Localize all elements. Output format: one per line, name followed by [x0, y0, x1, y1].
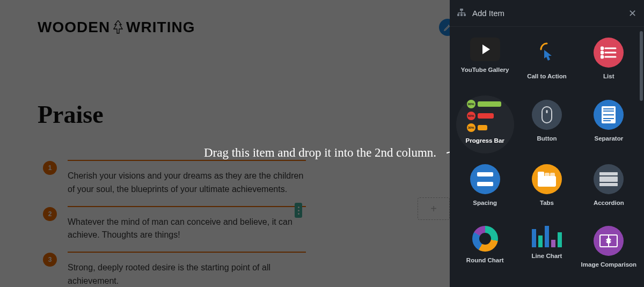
- item-round-chart[interactable]: Round Chart: [454, 223, 516, 285]
- pb-pct: 90%: [467, 100, 475, 108]
- svg-rect-14: [603, 118, 614, 119]
- item-label: Accordion: [594, 200, 624, 206]
- svg-rect-19: [538, 172, 544, 177]
- item-label: Call to Action: [527, 73, 567, 79]
- accordion-icon: [594, 164, 624, 194]
- tutorial-text: Drag this item and drop it into the 2nd …: [204, 146, 436, 160]
- item-youtube-gallery[interactable]: YouTube Gallery: [454, 34, 516, 97]
- svg-rect-11: [603, 108, 614, 109]
- item-tabs[interactable]: Tabs: [516, 161, 577, 223]
- svg-rect-17: [477, 182, 493, 186]
- close-icon[interactable]: ✕: [628, 8, 636, 19]
- svg-point-4: [601, 47, 603, 49]
- item-list[interactable]: List: [578, 34, 640, 97]
- item-label: Progress Bar: [466, 137, 504, 144]
- svg-rect-24: [599, 183, 618, 186]
- item-label: YouTube Gallery: [461, 67, 509, 73]
- svg-rect-0: [460, 9, 463, 11]
- svg-rect-15: [603, 120, 611, 121]
- item-label: Line Chart: [532, 253, 562, 259]
- item-separator[interactable]: Separator: [578, 97, 640, 161]
- item-spacing[interactable]: Spacing: [454, 161, 516, 223]
- tutorial-hint: Drag this item and drop it into the 2nd …: [204, 146, 473, 160]
- add-item-panel: Add Item ✕ YouTube Gallery Call to Actio…: [450, 0, 644, 287]
- mouse-icon: [532, 100, 562, 130]
- compare-icon: [594, 226, 624, 256]
- svg-rect-22: [599, 172, 618, 175]
- item-call-to-action[interactable]: Call to Action: [516, 34, 577, 97]
- tabs-icon: [532, 164, 562, 194]
- youtube-icon: [470, 38, 500, 61]
- bar-chart-icon: [532, 226, 562, 247]
- progress-bar-icon: 90% 60% 30%: [467, 100, 503, 132]
- svg-rect-18: [538, 176, 556, 187]
- pb-pct: 30%: [467, 123, 475, 132]
- svg-point-8: [601, 56, 603, 58]
- svg-rect-20: [545, 173, 550, 177]
- item-image-comparison[interactable]: Image Comparison: [578, 223, 640, 285]
- pb-pct: 60%: [467, 112, 475, 120]
- pointer-icon: [532, 38, 562, 68]
- item-label: List: [603, 73, 614, 79]
- svg-point-6: [601, 51, 603, 54]
- svg-rect-1: [457, 14, 459, 16]
- item-button[interactable]: Button: [516, 97, 577, 161]
- panel-scrollbar[interactable]: [640, 31, 643, 101]
- svg-point-27: [606, 239, 611, 243]
- item-label: Round Chart: [466, 257, 504, 263]
- separator-icon: [594, 100, 624, 130]
- item-label: Button: [537, 135, 557, 142]
- svg-rect-21: [550, 173, 555, 177]
- svg-rect-3: [464, 14, 466, 16]
- item-grid: YouTube Gallery Call to Action List: [450, 27, 644, 287]
- svg-rect-23: [599, 176, 618, 182]
- item-accordion[interactable]: Accordion: [578, 161, 640, 223]
- spacing-icon: [470, 164, 500, 194]
- svg-rect-12: [603, 111, 614, 112]
- svg-rect-16: [477, 172, 493, 176]
- item-label: Spacing: [473, 200, 497, 206]
- panel-header: Add Item ✕: [450, 0, 644, 27]
- list-icon: [594, 38, 624, 68]
- donut-chart-icon: [472, 226, 498, 252]
- item-line-chart[interactable]: Line Chart: [516, 223, 577, 285]
- item-label: Tabs: [540, 200, 554, 206]
- sitemap-icon: [457, 9, 466, 18]
- item-progress-bar[interactable]: 90% 60% 30% Progress Bar: [454, 97, 516, 161]
- svg-rect-2: [460, 14, 463, 16]
- svg-rect-13: [603, 114, 614, 115]
- item-label: Separator: [594, 135, 623, 142]
- item-label: Image Comparison: [581, 261, 637, 268]
- panel-title: Add Item: [472, 9, 504, 18]
